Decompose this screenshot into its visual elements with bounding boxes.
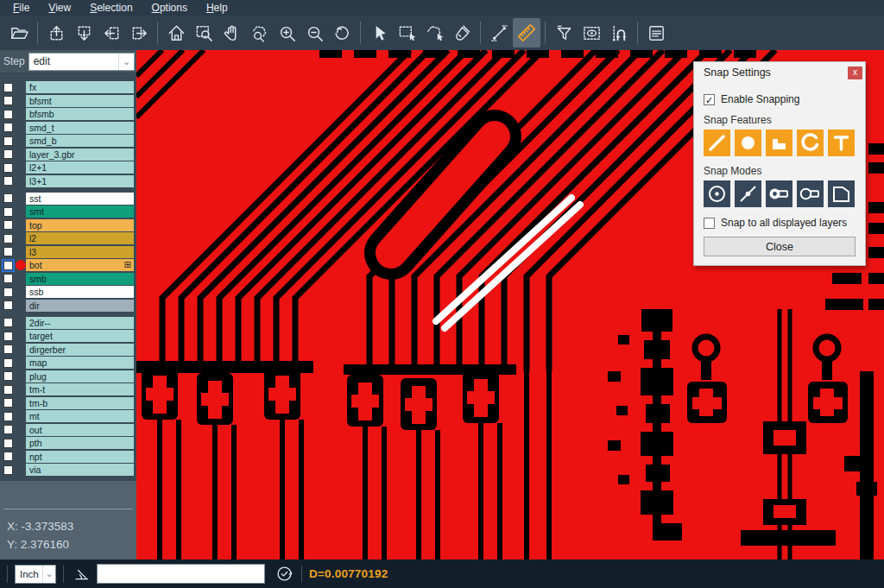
layer-visibility-checkbox[interactable] (3, 318, 13, 327)
layer-visibility-checkbox[interactable] (3, 412, 13, 421)
snap-feature-arc-button[interactable] (797, 130, 824, 156)
view-options-button[interactable] (578, 18, 605, 47)
snap-mode-pad-outline-button[interactable] (797, 180, 824, 207)
snap-feature-line-button[interactable] (704, 130, 730, 156)
layer-name[interactable]: l2 (26, 232, 134, 244)
layer-visibility-checkbox[interactable] (3, 332, 13, 341)
layer-visibility-checkbox[interactable] (3, 207, 13, 217)
select-rect-button[interactable] (393, 18, 420, 47)
layer-name[interactable]: out (26, 424, 134, 436)
layer-name[interactable]: l3+1 (26, 175, 134, 187)
measure-input[interactable] (97, 564, 265, 584)
pan-hand-button[interactable] (218, 18, 245, 47)
snap-feature-circle-button[interactable] (735, 130, 761, 156)
layer-visibility-checkbox[interactable] (3, 345, 13, 354)
snap-feature-surface-button[interactable] (766, 130, 792, 156)
layer-visibility-checkbox[interactable] (3, 234, 13, 243)
layer-visibility-checkbox[interactable] (3, 439, 13, 448)
snap-feature-text-button[interactable] (828, 130, 855, 156)
layer-name[interactable]: fx (26, 81, 134, 93)
snap-mode-center-button[interactable] (704, 180, 730, 207)
layer-name[interactable]: mt (26, 410, 134, 422)
pan-down-button[interactable] (70, 18, 98, 47)
pan-right-button[interactable] (125, 18, 153, 47)
menu-selection[interactable]: Selection (80, 0, 142, 16)
layer-name[interactable]: smd_t (26, 122, 134, 134)
layer-name[interactable]: dirgerber (26, 344, 134, 356)
pan-up-button[interactable] (42, 18, 70, 47)
layer-visibility-checkbox[interactable] (3, 300, 13, 310)
step-select[interactable]: edit ⌄ (28, 53, 135, 71)
snap-mode-pad-hole-button[interactable] (766, 180, 792, 207)
layer-visibility-checkbox[interactable] (3, 247, 13, 256)
layer-visibility-checkbox[interactable] (3, 220, 13, 230)
layer-name[interactable]: sst (26, 193, 134, 205)
zoom-window-button[interactable] (190, 18, 218, 47)
layer-visibility-checkbox[interactable] (3, 452, 13, 461)
layer-visibility-checkbox[interactable] (3, 385, 13, 395)
layer-visibility-checkbox[interactable] (3, 193, 13, 203)
layer-visibility-checkbox[interactable] (3, 163, 13, 173)
brush-button[interactable] (448, 18, 476, 47)
open-button[interactable] (5, 18, 33, 47)
layer-name[interactable]: ssb (26, 286, 134, 298)
filter-button[interactable] (550, 18, 578, 47)
menu-view[interactable]: View (39, 0, 80, 16)
pan-left-button[interactable] (98, 18, 125, 47)
layer-name[interactable]: smd_b (26, 135, 134, 147)
layer-visibility-checkbox[interactable] (3, 176, 13, 186)
layer-name[interactable]: bfsmb (26, 108, 134, 120)
close-button[interactable]: Close (704, 237, 856, 256)
menu-options[interactable]: Options (142, 0, 197, 16)
layer-name[interactable]: npt (26, 451, 134, 463)
zoom-polygon-button[interactable] (245, 18, 273, 47)
layer-name[interactable]: via (26, 464, 134, 476)
layer-visibility-checkbox[interactable] (3, 398, 13, 408)
layer-visibility-checkbox[interactable] (3, 358, 13, 368)
unit-select[interactable]: Inch ⌄ (15, 565, 56, 584)
layer-visibility-checkbox[interactable] (3, 274, 13, 283)
layer-visibility-checkbox[interactable] (3, 149, 13, 159)
layer-name[interactable]: l3 (26, 246, 134, 258)
home-button[interactable] (162, 18, 190, 47)
layer-name[interactable]: smt (26, 205, 134, 218)
grid-icon[interactable]: ⊞ (124, 259, 131, 271)
layer-name[interactable]: l2+1 (26, 161, 134, 174)
snap-button[interactable] (605, 18, 633, 47)
layer-name[interactable]: tm-b (26, 397, 134, 409)
select-polygon-button[interactable] (420, 18, 448, 47)
layer-name[interactable]: pth (26, 437, 134, 449)
layer-name[interactable]: bot⊞ (26, 259, 134, 271)
enable-snapping-checkbox[interactable]: ✓ (704, 94, 715, 105)
snap-mode-corner-button[interactable] (828, 180, 855, 207)
snap-all-layers-checkbox[interactable] (704, 218, 715, 229)
layer-visibility-checkbox[interactable] (3, 123, 13, 132)
layer-visibility-checkbox[interactable] (3, 83, 13, 92)
measure-line-button[interactable] (485, 18, 513, 47)
layers-panel-button[interactable] (642, 18, 670, 47)
layer-visibility-checkbox[interactable] (3, 371, 13, 381)
layer-name[interactable]: top (26, 219, 134, 231)
angle-tool-button[interactable] (71, 564, 92, 585)
pcb-canvas[interactable]: Snap Settings x ✓ Enable Snapping Snap F… (136, 50, 884, 560)
layer-visibility-checkbox[interactable] (3, 288, 13, 297)
ruler-button[interactable] (513, 18, 540, 47)
layer-name[interactable]: target (26, 330, 134, 342)
layer-name[interactable]: plug (26, 370, 134, 383)
layer-visibility-checkbox[interactable] (3, 465, 13, 475)
layer-visibility-checkbox[interactable] (3, 136, 13, 146)
layer-name[interactable]: map (26, 357, 134, 369)
select-cursor-button[interactable] (365, 18, 393, 47)
layer-visibility-checkbox[interactable] (3, 110, 13, 119)
zoom-out-button[interactable] (300, 18, 328, 47)
layer-visibility-checkbox[interactable] (3, 425, 13, 434)
zoom-in-button[interactable] (273, 18, 300, 47)
dialog-close-icon[interactable]: x (848, 66, 862, 79)
layer-name[interactable]: layer_3.gbr (26, 149, 134, 161)
zoom-previous-button[interactable] (328, 18, 356, 47)
layer-name[interactable]: tm-t (26, 383, 134, 395)
layer-name[interactable]: dir (26, 300, 134, 312)
layer-name[interactable]: bfsmt (26, 95, 134, 107)
layer-name[interactable]: smb (26, 273, 134, 285)
menu-help[interactable]: Help (197, 0, 237, 16)
